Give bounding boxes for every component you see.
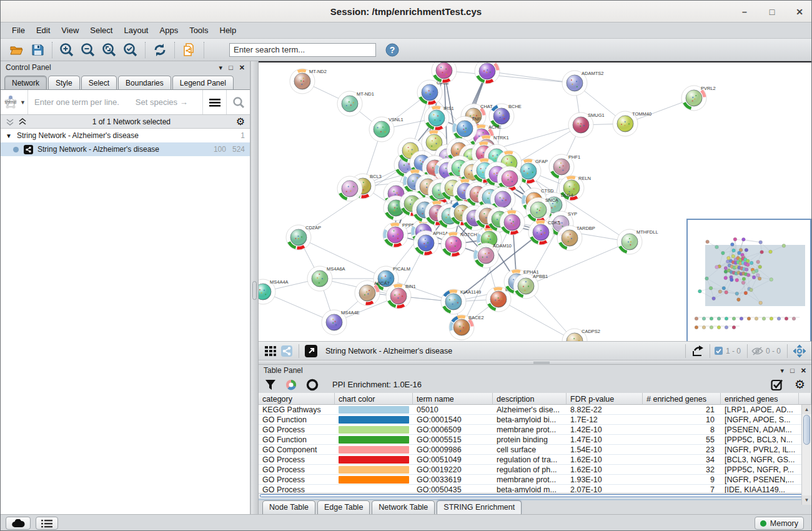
menu-item-help[interactable]: Help (215, 24, 242, 37)
tab-string-enrichment[interactable]: STRING Enrichment (437, 500, 522, 514)
network-node[interactable] (500, 210, 525, 235)
table-row[interactable]: GO ProcessGO:0006509membrane prot...1.42… (259, 425, 811, 435)
tab-boundaries[interactable]: Boundaries (118, 76, 171, 89)
column-header-description[interactable]: description (493, 393, 567, 405)
zoom-in-icon[interactable] (58, 41, 76, 59)
network-node[interactable]: MS4A4E (322, 310, 360, 335)
scrollbar-thumb[interactable] (803, 415, 810, 445)
export-network-icon[interactable] (690, 344, 706, 359)
network-node[interactable]: PHF1 (549, 154, 580, 179)
grid-view-icon[interactable] (262, 344, 279, 359)
tab-style[interactable]: Style (48, 76, 80, 89)
zoom-out-icon[interactable] (79, 41, 97, 59)
help-icon[interactable]: ? (384, 41, 401, 59)
detach-view-icon[interactable] (303, 344, 319, 359)
network-node[interactable]: BACE2 (449, 315, 484, 340)
table-row[interactable]: GO ProcessGO:0051049regulation of tra...… (259, 455, 811, 465)
horizontal-splitter[interactable] (259, 360, 811, 365)
clone-network-icon[interactable] (181, 41, 198, 59)
zoom-fit-icon[interactable] (101, 41, 118, 59)
network-node[interactable]: CADPS2 (562, 329, 600, 341)
birdseye-overview[interactable] (686, 219, 811, 341)
species-hint[interactable]: Set species → (136, 97, 188, 107)
table-vertical-scrollbar[interactable]: ▲▼ (801, 405, 811, 505)
table-row[interactable]: GO ProcessGO:0050435beta-amyloid m...2.0… (259, 485, 811, 493)
network-node[interactable]: TOMM40 (613, 111, 651, 136)
table-float-icon[interactable]: □ (790, 367, 795, 374)
menu-item-tools[interactable]: Tools (184, 24, 213, 37)
network-node[interactable] (337, 176, 362, 201)
tab-network-table[interactable]: Network Table (372, 500, 435, 514)
panel-close-icon[interactable]: ✕ (239, 64, 245, 72)
tab-edge-table[interactable]: Edge Table (317, 500, 370, 514)
menu-item-layout[interactable]: Layout (119, 24, 153, 37)
column-header--enriched-genes[interactable]: # enriched genes (643, 393, 721, 405)
maximize-button[interactable]: □ (766, 7, 778, 17)
network-node[interactable]: SMUG1 (568, 112, 605, 137)
network-node[interactable]: IRS1 (424, 106, 454, 131)
tab-node-table[interactable]: Node Table (262, 500, 315, 514)
table-row[interactable]: GO FunctionGO:0005515protein binding1.47… (259, 435, 811, 445)
table-collapse-icon[interactable]: ▾ (781, 367, 785, 375)
network-node[interactable] (475, 62, 500, 84)
pan-mode-icon[interactable] (791, 344, 808, 359)
string-query-input[interactable]: Enter one term per line. Set species → (28, 97, 202, 107)
network-node[interactable] (432, 62, 457, 83)
table-row[interactable]: GO ComponentGO:0009986cell surface1.54E-… (259, 445, 811, 455)
cloud-button[interactable] (6, 517, 31, 530)
network-canvas[interactable]: MT-ND2MT-ND1VSNL1CD2APMS4A4AMS4A6AMS4A4E… (259, 61, 811, 341)
network-node[interactable]: PVRL2 (681, 86, 716, 111)
column-header-category[interactable]: category (259, 393, 335, 405)
share-view-icon[interactable] (279, 344, 295, 359)
network-node[interactable]: TARDBP (557, 226, 595, 251)
menu-item-view[interactable]: View (56, 24, 84, 37)
network-node[interactable]: ADAMTS2 (562, 71, 603, 96)
memory-button[interactable]: Memory (755, 517, 804, 530)
string-options-icon[interactable] (202, 90, 226, 114)
network-node[interactable]: BIN1 (386, 284, 416, 309)
tab-network[interactable]: Network (4, 76, 47, 89)
menu-item-apps[interactable]: Apps (155, 24, 184, 37)
table-horizontal-scrollbar[interactable] (259, 493, 811, 499)
tab-legend-panel[interactable]: Legend Panel (172, 76, 234, 89)
save-session-icon[interactable] (29, 41, 46, 59)
select-rows-icon[interactable] (771, 379, 783, 391)
network-collection-row[interactable]: ▼ String Network - Alzheimer's disease 1 (1, 129, 250, 142)
network-node[interactable]: APBB1 (513, 274, 548, 299)
table-row[interactable]: GO FunctionGO:0001540beta-amyloid bi...1… (259, 415, 811, 425)
network-row-selected[interactable]: String Network - Alzheimer's disease 100… (1, 142, 250, 156)
tree-caret-icon[interactable]: ▼ (6, 132, 12, 139)
menu-item-edit[interactable]: Edit (31, 24, 55, 37)
overview-viewport[interactable] (705, 245, 805, 306)
string-search-icon[interactable] (226, 90, 250, 114)
minimize-button[interactable]: – (739, 7, 750, 17)
column-header-chart-color[interactable]: chart color (335, 393, 413, 405)
network-node[interactable]: VSNL1 (369, 117, 404, 142)
tab-select[interactable]: Select (81, 76, 117, 89)
network-node[interactable]: GAB2 (417, 80, 449, 105)
menu-item-file[interactable]: File (7, 24, 30, 37)
column-header-FDR-p-value[interactable]: FDR p-value (567, 393, 643, 405)
panel-float-icon[interactable]: □ (229, 64, 233, 71)
filter-icon[interactable] (265, 379, 276, 390)
ring-chart-icon[interactable] (306, 379, 319, 391)
vertical-splitter[interactable] (250, 61, 259, 514)
column-header-term-name[interactable]: term name (413, 393, 493, 405)
open-session-icon[interactable] (7, 41, 25, 59)
collapse-all-icon[interactable] (18, 118, 27, 126)
enrichment-settings-gear-icon[interactable]: ⚙ (795, 379, 805, 390)
table-close-icon[interactable]: ✕ (801, 367, 806, 375)
chart-icon[interactable] (285, 379, 297, 391)
column-header-enriched-genes[interactable]: enriched genes (721, 393, 799, 405)
menu-item-select[interactable]: Select (85, 24, 117, 37)
task-history-button[interactable] (36, 517, 58, 530)
network-node[interactable]: KIAA1149 (441, 289, 481, 314)
network-node[interactable]: MTHFDLL (617, 229, 658, 254)
expand-all-icon[interactable] (6, 118, 14, 126)
table-row[interactable]: GO ProcessGO:0033619membrane prot...1.93… (259, 475, 811, 485)
network-node[interactable]: MT-ND1 (337, 91, 374, 116)
network-node[interactable]: CD2AP (286, 225, 321, 250)
string-logo-dropdown[interactable]: STRING ▼ (1, 90, 28, 114)
table-row[interactable]: GO ProcessGO:0019220regulation of ph...1… (259, 465, 811, 475)
zoom-selected-icon[interactable] (122, 41, 139, 59)
